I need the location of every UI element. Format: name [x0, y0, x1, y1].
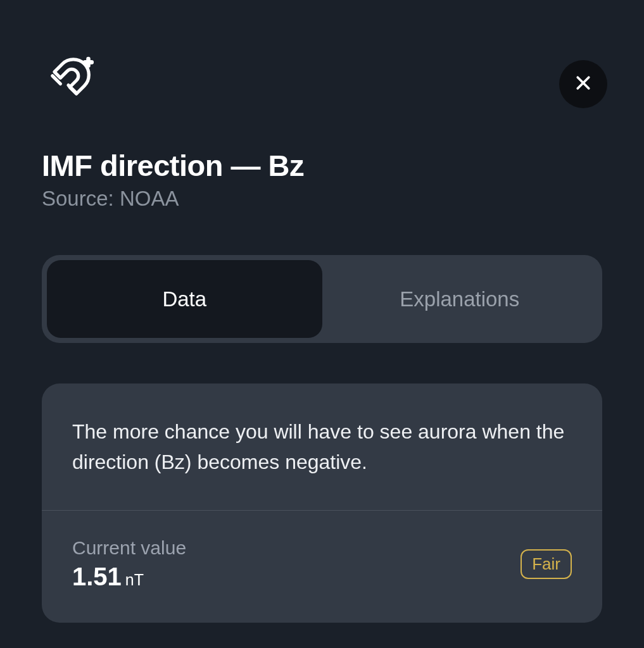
tab-explanations[interactable]: Explanations: [322, 260, 598, 338]
tab-data[interactable]: Data: [47, 260, 322, 338]
close-button[interactable]: [559, 60, 607, 108]
panel: IMF direction — Bz Source: NOAA Data Exp…: [0, 51, 644, 648]
info-card: The more chance you will have to see aur…: [42, 383, 602, 623]
current-value-unit: nT: [125, 571, 144, 589]
status-badge: Fair: [521, 549, 572, 579]
description-text: The more chance you will have to see aur…: [42, 383, 602, 511]
close-icon: [574, 73, 593, 95]
page-title: IMF direction — Bz: [42, 148, 602, 183]
tab-group: Data Explanations: [42, 255, 602, 343]
current-value-label: Current value: [72, 537, 186, 559]
source-label: Source: NOAA: [42, 187, 602, 211]
current-value-row: Current value 1.51 nT Fair: [42, 511, 602, 623]
magnet-icon: [42, 51, 602, 106]
current-value-block: Current value 1.51 nT: [72, 537, 186, 591]
current-value-number: 1.51: [72, 563, 122, 591]
